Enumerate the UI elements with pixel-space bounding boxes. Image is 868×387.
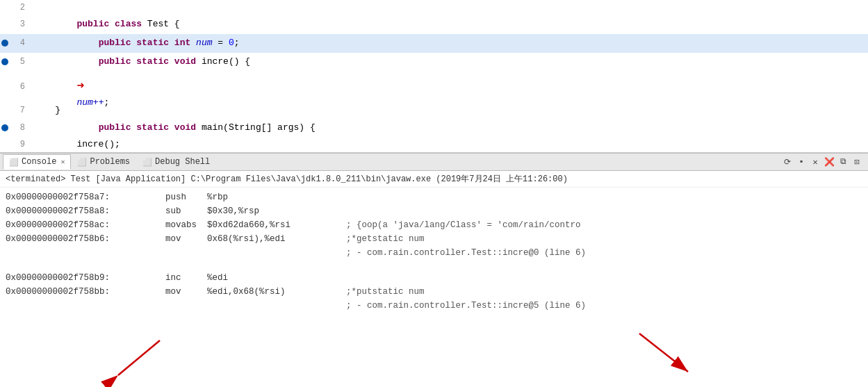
asm-line-6: 0x00000000002f758b9: inc %edi <box>6 271 862 285</box>
svg-line-2 <box>118 340 160 375</box>
kw-void-8: void <box>174 122 202 133</box>
kw-static-8: static <box>136 122 174 133</box>
editor-hscroll[interactable] <box>0 152 868 153</box>
asm-line-2: 0x00000000002f758a8: sub $0x30,%rsp <box>6 204 862 218</box>
problems-tab-label: Problems <box>90 157 130 167</box>
code-editor: 2 3 public class Test { 4 public static … <box>0 0 868 153</box>
code-line-8: 8 public static void main(String[] args)… <box>0 118 868 137</box>
asm-mnemonic-1: push <box>165 190 207 204</box>
asm-operand-6: %edi <box>207 271 346 285</box>
console-tab-close[interactable]: ✕ <box>60 158 65 166</box>
asm-addr-1: 0x00000000002f758a7: <box>6 190 165 204</box>
kw-public-8: public <box>76 122 136 133</box>
breakpoint-dot-8 <box>1 124 8 131</box>
breakpoint-5[interactable] <box>0 58 10 65</box>
asm-mnemonic-3: movabs <box>165 218 207 232</box>
breakpoint-dot-5 <box>1 58 8 65</box>
asm-operand-1: %rbp <box>207 190 346 204</box>
line-content-9: incre(); <box>31 137 868 152</box>
toolbar-stop-icon[interactable]: ▪ <box>796 156 807 167</box>
asm-comment-7: ;*putstatic num <box>346 285 425 299</box>
asm-mnemonic-4: mov <box>165 232 207 246</box>
console-tab-label: Console <box>22 157 56 167</box>
breakpoint-dot-4 <box>1 40 8 47</box>
asm-operand-7: %edi,0x68(%rsi) <box>207 285 346 299</box>
asm-mnemonic-2: sub <box>165 204 207 218</box>
debug-shell-tab-label: Debug Shell <box>155 157 210 167</box>
asm-addr-4: 0x00000000002f758b6: <box>6 232 165 246</box>
asm-addr-3: 0x00000000002f758ac: <box>6 218 165 232</box>
asm-addr-7: 0x00000000002f758bb: <box>6 285 165 299</box>
toolbar-copy-icon[interactable]: ⧉ <box>837 156 849 167</box>
asm-operand-4: 0x68(%rsi),%edi <box>207 232 346 246</box>
asm-addr-2: 0x00000000002f758a8: <box>6 204 165 218</box>
asm-comment-8: ; - com.rain.controller.Test::incre@5 (l… <box>346 299 586 313</box>
asm-line-8: ; - com.rain.controller.Test::incre@5 (l… <box>6 299 862 313</box>
asm-mnemonic-7: mov <box>165 285 207 299</box>
code-lines: 2 3 public class Test { 4 public static … <box>0 0 868 152</box>
console-toolbar: ⟳ ▪ ✕ ❌ ⧉ ⊡ <box>782 156 865 167</box>
line-num-4: 4 <box>10 35 31 51</box>
console-tab-bar: ⬜ Console ✕ ⬜ Problems ⬜ Debug Shell ⟳ ▪… <box>0 153 868 171</box>
arrow-right-6: ➜ <box>76 79 84 93</box>
toolbar-close-icon[interactable]: ✕ <box>810 156 821 167</box>
line-num-2: 2 <box>10 0 31 15</box>
tab-problems[interactable]: ⬜ Problems <box>71 154 136 170</box>
asm-line-5: ; - com.rain.controller.Test::incre@0 (l… <box>6 246 862 260</box>
method-main: main(String[] args) { <box>202 122 316 133</box>
problems-tab-icon: ⬜ <box>77 158 87 167</box>
code-line-6: 6 ➜ num++; <box>0 72 868 104</box>
asm-operand-2: $0x30,%rsp <box>207 204 346 218</box>
svg-line-3 <box>639 334 688 372</box>
toolbar-remove-icon[interactable]: ❌ <box>824 156 835 167</box>
console-header: <terminated> Test [Java Application] C:\… <box>0 171 868 188</box>
breakpoint-8[interactable] <box>0 124 10 131</box>
asm-comment-3: ; {oop(a 'java/lang/Class' = 'com/rain/c… <box>346 218 581 232</box>
tab-debug-shell[interactable]: ⬜ Debug Shell <box>136 154 216 170</box>
line-num-9: 9 <box>10 137 31 152</box>
breakpoint-4[interactable] <box>0 40 10 47</box>
asm-comment-4: ;*getstatic num <box>346 232 425 246</box>
asm-addr-6: 0x00000000002f758b9: <box>6 271 165 285</box>
console-section: ⬜ Console ✕ ⬜ Problems ⬜ Debug Shell ⟳ ▪… <box>0 153 868 387</box>
asm-operand-3: $0xd62da660,%rsi <box>207 218 346 232</box>
tab-console[interactable]: ⬜ Console ✕ <box>3 154 71 170</box>
asm-line-7: 0x00000000002f758bb: mov %edi,0x68(%rsi)… <box>6 285 862 299</box>
toolbar-pin-icon[interactable]: ⊡ <box>851 156 862 167</box>
asm-line-1: 0x00000000002f758a7: push %rbp <box>6 190 862 204</box>
asm-blank-1 <box>6 260 862 271</box>
console-header-text: <terminated> Test [Java Application] C:\… <box>6 174 568 184</box>
line-num-6: 6 <box>10 79 31 94</box>
line-num-8: 8 <box>10 120 31 135</box>
debug-shell-tab-icon: ⬜ <box>142 158 152 167</box>
console-output[interactable]: 0x00000000002f758a7: push %rbp 0x0000000… <box>0 188 868 387</box>
line-num-3: 3 <box>10 17 31 32</box>
console-tab-icon: ⬜ <box>9 158 19 167</box>
line-num-5: 5 <box>10 54 31 69</box>
asm-mnemonic-6: inc <box>165 271 207 285</box>
code-line-9: 9 incre(); <box>0 137 868 152</box>
asm-comment-5: ; - com.rain.controller.Test::incre@0 (l… <box>346 246 586 260</box>
line-num-7: 7 <box>10 103 31 118</box>
asm-line-4: 0x00000000002f758b6: mov 0x68(%rsi),%edi… <box>6 232 862 246</box>
toolbar-sync-icon[interactable]: ⟳ <box>782 156 793 167</box>
asm-line-3: 0x00000000002f758ac: movabs $0xd62da660,… <box>6 218 862 232</box>
